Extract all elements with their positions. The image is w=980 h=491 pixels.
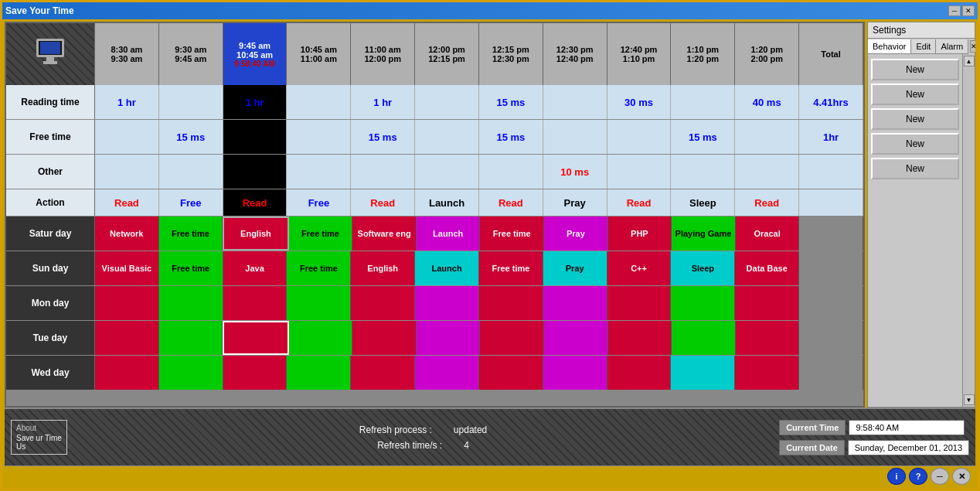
tuesday-row: Tue day [6,321,863,356]
scroll-down[interactable]: ▼ [964,394,975,405]
time-slot-total: Total [799,23,863,85]
wed-cell-6 [479,356,543,390]
other-cell-7: 10 ms [543,155,607,189]
action-label[interactable]: Action [6,189,95,216]
sat-cell-total [799,217,863,251]
tue-cell-3 [289,321,353,355]
schedule-area: 8:30 am9:30 am 9:30 am9:45 am 9:45 am10:… [5,22,975,407]
footer-close-button[interactable]: ✕ [952,468,971,485]
wed-cell-1 [159,356,223,390]
wed-cell-9 [671,356,735,390]
time-slot-3: 10:45 am11:00 am [287,23,351,85]
monitor-base [43,61,57,64]
mon-cell-10 [735,286,799,320]
computer-icon-cell [6,23,95,85]
wed-cell-7 [543,356,607,390]
reading-cell-9 [671,85,735,119]
bottom-center: Refresh process : updated Refresh time/s… [83,425,764,451]
sun-cell-9: Sleep [671,251,735,285]
free-time-label[interactable]: Free time [6,120,95,154]
sun-cell-8: C++ [607,251,672,285]
reading-cell-1 [159,85,223,119]
action-cell-0: Read [95,189,159,216]
new-buttons-container: New New New New New [868,54,962,407]
free-cell-2 [223,120,288,154]
help-button[interactable]: ? [909,468,927,485]
settings-header: Settings [868,22,975,39]
saturday-label[interactable]: Satur day [6,217,95,251]
mon-cell-3 [287,286,351,320]
settings-content: New New New New New ▲ ▼ [868,54,975,407]
window-title: Save Your Time [5,5,74,16]
about-title: About [16,424,62,432]
tue-cell-total [799,321,863,355]
wed-cell-5 [415,356,479,390]
refresh-time-value: 4 [464,440,469,451]
monday-row: Mon day [6,286,863,321]
bottom-wrapper: About Save ur Time Us Refresh process : … [5,407,975,486]
new-button-3[interactable]: New [871,108,959,130]
free-cell-3 [287,120,351,154]
settings-close-button[interactable]: ✕ [970,40,975,53]
other-row: Other 10 ms [6,155,863,189]
behavior-tab[interactable]: Behavior [868,39,911,53]
scroll-up[interactable]: ▲ [964,56,975,66]
sun-cell-0: Visual Basic [95,251,159,285]
new-button-4[interactable]: New [871,133,959,155]
action-cell-8: Read [607,189,672,216]
wed-cell-2 [223,356,288,390]
other-label[interactable]: Other [6,155,95,189]
other-cell-9 [671,155,735,189]
reading-cell-0: 1 hr [95,85,159,119]
reading-time-row: Reading time 1 hr 1 hr 1 hr 15 ms 30 ms … [6,85,863,120]
reading-time-label[interactable]: Reading time [6,85,95,119]
time-slot-10: 1:20 pm2:00 pm [735,23,799,85]
sun-cell-total [799,251,863,285]
new-button-1[interactable]: New [871,59,959,80]
bottom-bar: About Save ur Time Us Refresh process : … [5,407,975,465]
sat-cell-1: Free time [159,217,223,251]
tue-cell-2 [223,321,289,355]
tue-cell-9 [672,321,736,355]
new-button-5[interactable]: New [871,158,959,179]
wed-cell-total [799,356,863,390]
action-cell-6: Read [479,189,543,216]
reading-cell-3 [287,85,351,119]
reading-cell-2: 1 hr [223,85,288,119]
info-button[interactable]: i [887,468,906,485]
free-cell-6: 15 ms [479,120,543,154]
free-cell-5 [415,120,479,154]
tuesday-label[interactable]: Tue day [6,321,95,355]
tue-cell-5 [417,321,481,355]
tue-cell-6 [480,321,544,355]
time-slot-5: 12:00 pm12:15 pm [415,23,479,85]
tue-cell-7 [544,321,608,355]
sunday-label[interactable]: Sun day [6,251,95,285]
reading-cell-7 [543,85,607,119]
footer-minimize-button[interactable]: ─ [931,468,949,485]
free-cell-1: 15 ms [159,120,223,154]
edit-tab[interactable]: Edit [911,39,936,53]
current-date-value: Sunday, December 01, 2013 [848,440,969,455]
wednesday-label[interactable]: Wed day [6,356,95,390]
free-cell-8 [607,120,672,154]
other-cell-6 [479,155,543,189]
footer-row: i ? ─ ✕ [5,465,975,486]
about-box: About Save ur Time Us [11,420,67,455]
monday-label[interactable]: Mon day [6,286,95,320]
bottom-right: Current Time 9:58:40 AM Current Date Sun… [779,420,969,455]
sat-cell-10: Oracal [736,217,800,251]
alarm-tab[interactable]: Alarm [936,39,968,53]
new-button-2[interactable]: New [871,84,959,105]
reading-cell-total: 4.41hrs [799,85,863,119]
action-cell-7: Pray [543,189,607,216]
refresh-process-label: Refresh process : [359,425,432,435]
mon-cell-total [799,286,863,320]
sun-cell-1: Free time [159,251,223,285]
sat-cell-8: PHP [608,217,672,251]
minimize-button[interactable]: ─ [948,5,961,16]
sun-cell-2: Java [223,251,288,285]
current-time-row: Current Time 9:58:40 AM [779,420,969,435]
time-slot-2-active: 9:45 am10:45 am9:58:40 AM [223,23,288,85]
close-button[interactable]: ✕ [962,5,975,16]
